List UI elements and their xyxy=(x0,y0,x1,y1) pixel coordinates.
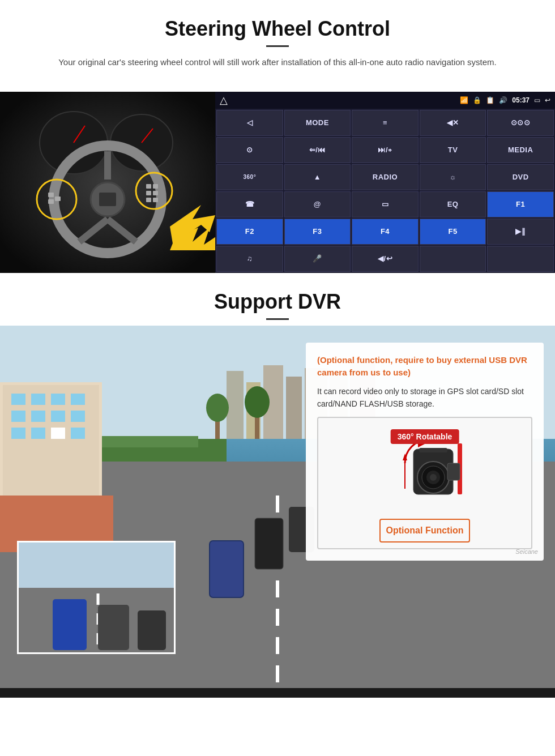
info-card: (Optional function, require to buy exter… xyxy=(306,343,544,561)
btn-brightness[interactable]: ☼ xyxy=(420,164,486,190)
btn-prev[interactable]: ⇐/⏮ xyxy=(284,137,351,163)
svg-rect-14 xyxy=(48,199,54,204)
status-right: 📶 🔒 📋 🔊 05:37 ▭ ↩ xyxy=(460,96,550,104)
steering-photo xyxy=(0,92,215,273)
btn-f5[interactable]: F5 xyxy=(420,219,486,245)
svg-rect-25 xyxy=(227,371,244,439)
lock-icon: 🔒 xyxy=(473,96,481,104)
svg-rect-44 xyxy=(51,394,65,405)
status-bar: △ 📶 🔒 📋 🔊 05:37 ▭ ↩ xyxy=(215,92,555,109)
back-icon[interactable]: ↩ xyxy=(545,96,550,104)
volume-icon: 🔊 xyxy=(499,96,507,104)
camera-visual: 360° Rotatable xyxy=(324,424,526,514)
dvr-header: Support DVR xyxy=(0,273,555,326)
window-icon: ▭ xyxy=(534,96,540,104)
btn-screen[interactable]: ▭ xyxy=(352,191,419,217)
svg-rect-28 xyxy=(286,377,302,439)
svg-point-35 xyxy=(245,386,270,418)
ui-panel: △ 📶 🔒 📋 🔊 05:37 ▭ ↩ ◁ MODE ≡ ◀✕ ⊙⊙⊙ ⊙ ⇐/… xyxy=(215,92,555,273)
btn-music[interactable]: ♫ xyxy=(216,246,283,272)
button-grid: ◁ MODE ≡ ◀✕ ⊙⊙⊙ ⊙ ⇐/⏮ ⏭/⇒ TV MEDIA 360° … xyxy=(215,109,555,273)
steering-description: Your original car's steering wheel contr… xyxy=(51,56,504,69)
btn-apps[interactable]: ⊙⊙⊙ xyxy=(487,110,554,136)
svg-rect-77 xyxy=(419,448,447,452)
dvr-description: It can record video only to storage in G… xyxy=(317,385,532,411)
time-display: 05:37 xyxy=(512,96,530,104)
dvr-bg: (Optional function, require to buy exter… xyxy=(0,326,555,688)
btn-empty1 xyxy=(420,246,486,272)
svg-rect-42 xyxy=(11,394,25,405)
btn-f4[interactable]: F4 xyxy=(352,219,419,245)
btn-nav[interactable]: ◁ xyxy=(216,110,283,136)
btn-internet[interactable]: @ xyxy=(284,191,351,217)
svg-rect-17 xyxy=(153,184,158,189)
svg-rect-16 xyxy=(146,184,151,189)
svg-rect-49 xyxy=(71,411,85,422)
optional-note: (Optional function, require to buy exter… xyxy=(317,354,532,379)
svg-rect-55 xyxy=(255,518,283,569)
svg-rect-68 xyxy=(138,610,166,650)
btn-media[interactable]: MEDIA xyxy=(487,137,554,163)
svg-rect-52 xyxy=(51,428,65,439)
svg-rect-21 xyxy=(153,198,158,202)
steering-container: △ 📶 🔒 📋 🔊 05:37 ▭ ↩ ◁ MODE ≡ ◀✕ ⊙⊙⊙ ⊙ ⇐/… xyxy=(0,92,555,273)
btn-mute[interactable]: ◀✕ xyxy=(420,110,486,136)
svg-rect-61 xyxy=(210,541,244,597)
svg-rect-78 xyxy=(447,463,460,480)
optional-function-box: Optional Function xyxy=(379,519,471,543)
home-icon[interactable]: △ xyxy=(220,94,228,106)
dvr-section: Support DVR xyxy=(0,273,555,698)
svg-rect-43 xyxy=(31,394,45,405)
btn-phone[interactable]: ☎ xyxy=(216,191,283,217)
btn-empty2 xyxy=(487,246,554,272)
btn-mic[interactable]: 🎤 xyxy=(284,246,351,272)
steering-section: Steering Wheel Control Your original car… xyxy=(0,0,555,92)
btn-eq[interactable]: EQ xyxy=(420,191,486,217)
inset-photo xyxy=(17,541,176,654)
svg-rect-18 xyxy=(146,191,151,195)
btn-next[interactable]: ⏭/⇒ xyxy=(352,137,419,163)
svg-rect-19 xyxy=(153,191,158,195)
btn-f3[interactable]: F3 xyxy=(284,219,351,245)
btn-settings[interactable]: ⊙ xyxy=(216,137,283,163)
svg-rect-66 xyxy=(53,599,87,650)
btn-tv[interactable]: TV xyxy=(420,137,486,163)
steering-bg-svg xyxy=(0,92,215,273)
watermark: Seicane xyxy=(300,548,538,555)
svg-point-33 xyxy=(206,394,229,422)
dvr-image-box: 360° Rotatable xyxy=(317,417,532,549)
svg-point-76 xyxy=(430,474,437,481)
btn-eject[interactable]: ▲ xyxy=(284,164,351,190)
btn-radio[interactable]: RADIO xyxy=(352,164,419,190)
svg-rect-48 xyxy=(51,411,65,422)
svg-rect-10 xyxy=(99,193,116,206)
btn-volback[interactable]: ◀/↩ xyxy=(352,246,419,272)
btn-360[interactable]: 360° xyxy=(216,164,283,190)
steering-title: Steering Wheel Control xyxy=(23,17,532,41)
sim-icon: 📋 xyxy=(486,96,494,104)
btn-f2[interactable]: F2 xyxy=(216,219,283,245)
svg-rect-67 xyxy=(98,605,129,650)
svg-rect-47 xyxy=(31,411,45,422)
btn-dvd[interactable]: DVD xyxy=(487,164,554,190)
inset-photo-svg xyxy=(19,543,176,654)
svg-rect-20 xyxy=(146,198,151,202)
btn-playpause[interactable]: ▶‖ xyxy=(487,219,554,245)
btn-menu[interactable]: ≡ xyxy=(352,110,419,136)
btn-mode[interactable]: MODE xyxy=(284,110,351,136)
svg-rect-63 xyxy=(19,543,176,588)
btn-f1[interactable]: F1 xyxy=(487,191,554,217)
optional-function-label: Optional Function xyxy=(386,526,464,535)
svg-rect-53 xyxy=(71,428,85,439)
dvr-title: Support DVR xyxy=(11,290,544,314)
svg-rect-51 xyxy=(31,428,45,439)
svg-rect-13 xyxy=(48,193,54,197)
title-divider xyxy=(266,45,289,47)
svg-rect-46 xyxy=(11,411,25,422)
svg-rect-50 xyxy=(11,428,25,439)
svg-rect-45 xyxy=(71,394,85,405)
dvr-divider xyxy=(266,318,289,320)
wifi-icon: 📶 xyxy=(460,96,468,104)
badge-360: 360° Rotatable xyxy=(391,429,459,444)
svg-rect-15 xyxy=(55,197,61,201)
